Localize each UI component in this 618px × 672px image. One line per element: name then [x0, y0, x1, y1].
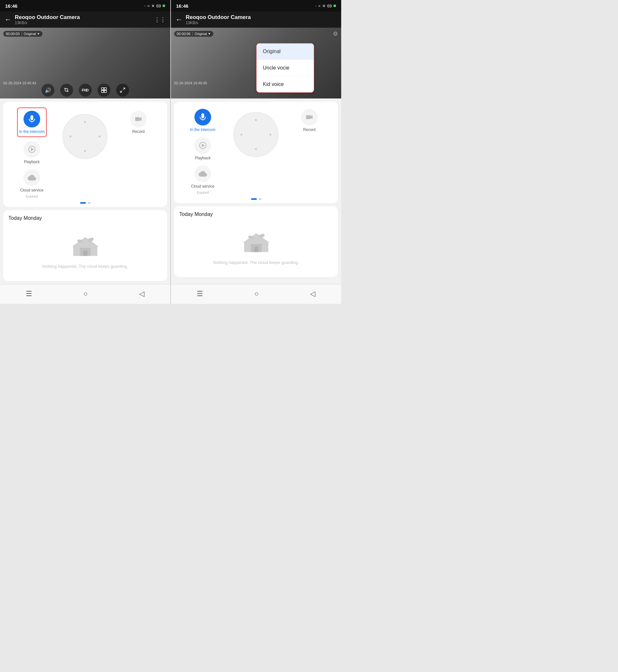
back-button-right[interactable]: ←: [176, 15, 183, 24]
cloud-item-right[interactable]: Cloud service Expired: [191, 164, 214, 196]
svg-marker-9: [31, 148, 33, 151]
dropdown-item-uncle[interactable]: Uncle vocie: [256, 60, 314, 76]
cloud-item-left[interactable]: Cloud service Expired: [20, 168, 43, 200]
cloud-sublabel-left: Expired: [26, 194, 38, 198]
record-item-right[interactable]: Record: [301, 108, 318, 133]
quality-badge-right[interactable]: Original ▼: [195, 32, 211, 36]
wifi-icon-right: ≈: [318, 4, 320, 8]
camera-header-right: ← Reoqoo Outdoor Camera 13KB/s: [171, 12, 341, 28]
sound-button-left[interactable]: 🔊: [41, 84, 55, 97]
dot-top-right: [255, 119, 257, 121]
playback-label-right: Playback: [195, 156, 210, 160]
today-empty-left: Nothing happened. The cloud keeps guardi…: [8, 226, 162, 276]
playback-item-left[interactable]: Playback: [23, 140, 40, 165]
today-empty-text-right: Nothing happened. The cloud keeps guardi…: [213, 260, 299, 265]
page-dot-2-left[interactable]: [88, 202, 90, 204]
pan-tilt-circle-right[interactable]: [233, 112, 279, 157]
dot-right-right: [270, 133, 271, 135]
video-area-right: ⚙ 00:00:06 Original ▼ 02-26-2024 16:46:4…: [171, 28, 341, 99]
record-item-left[interactable]: Record: [130, 109, 147, 135]
playback-button-left[interactable]: [23, 141, 40, 158]
dot-bottom-right: [255, 148, 257, 150]
quality-badge-left[interactable]: Original ▼: [24, 32, 40, 36]
today-empty-right: Nothing happened. The cloud keeps guardi…: [179, 222, 333, 272]
fhd-button-left[interactable]: FHD: [79, 84, 92, 97]
pan-tilt-circle-left[interactable]: [63, 114, 107, 159]
nav-menu-right[interactable]: ☰: [190, 289, 210, 299]
playback-item-right[interactable]: Playback: [194, 136, 211, 161]
nav-home-right[interactable]: ○: [248, 289, 265, 299]
nav-home-left[interactable]: ○: [77, 289, 94, 299]
dropdown-item-kid[interactable]: Kid voice: [256, 76, 314, 92]
right-phone: 16:46 ⋅ ≈ ✕ 69 ← Reoqoo Outdoor Camera 1…: [171, 0, 341, 304]
dot-bottom-left: [84, 150, 86, 152]
record-button-right[interactable]: [301, 109, 318, 125]
today-card-left: Today Monday Nothing happened. The cloud…: [3, 210, 167, 281]
dropdown-item-original[interactable]: Original: [256, 43, 314, 60]
dot-top-left: [84, 121, 86, 123]
voice-dropdown: Original Uncle vocie Kid voice: [256, 43, 314, 93]
intercom-item-right[interactable]: In the intercom: [190, 108, 215, 133]
page-dot-2-right[interactable]: [259, 198, 262, 200]
svg-rect-6: [135, 117, 140, 121]
today-title-left: Today Monday: [8, 215, 42, 221]
pagination-left: [6, 202, 164, 204]
nav-back-left[interactable]: ◁: [133, 289, 151, 299]
nav-back-right[interactable]: ◁: [304, 289, 322, 299]
intercom-item-left[interactable]: In the intercom: [17, 108, 46, 137]
today-card-right: Today Monday Nothing happened. The cloud…: [174, 206, 338, 277]
status-bar-right: 16:46 ⋅ ≈ ✕ 69: [171, 0, 341, 12]
status-bar-left: 16:46 ⋅ ≈ ✕ 69: [0, 0, 170, 12]
dot-left-right: [240, 133, 242, 135]
cloud-label-left: Cloud service: [20, 188, 43, 193]
record-button-left[interactable]: [130, 111, 147, 127]
video-controls-left: 🔊 FHD: [0, 84, 170, 97]
svg-line-5: [120, 91, 122, 92]
back-button-left[interactable]: ←: [4, 15, 12, 24]
intercom-button-left[interactable]: [23, 111, 40, 127]
quality-chevron-right: ▼: [208, 32, 211, 35]
bluetooth-icon-right: ⋅: [315, 4, 316, 8]
svg-rect-21: [254, 246, 258, 252]
svg-rect-0: [101, 88, 104, 90]
today-empty-text-left: Nothing happened. The cloud keeps guardi…: [42, 264, 128, 269]
record-label-left: Record: [132, 129, 145, 134]
page-dot-1-left[interactable]: [80, 202, 86, 204]
status-icons-left: ⋅ ≈ ✕ 69: [144, 4, 165, 8]
camera-menu-icon-left[interactable]: ⋮⋮: [154, 16, 166, 23]
svg-marker-7: [140, 117, 142, 121]
nav-menu-left[interactable]: ☰: [19, 289, 39, 299]
svg-rect-12: [83, 250, 87, 256]
svg-rect-1: [104, 88, 106, 90]
crop-button-left[interactable]: [60, 84, 73, 97]
house-icon-right: [240, 230, 272, 257]
video-area-left: 00:00:03 Original ▼ 02-26-2024 16:46:43 …: [0, 28, 170, 99]
battery-level-right: 69: [327, 4, 332, 8]
intercom-button-right[interactable]: [194, 109, 211, 125]
camera-title-left: Reoqoo Outdoor Camera: [15, 14, 151, 21]
dot-left-left: [70, 135, 72, 137]
pagination-right: [177, 198, 335, 200]
status-time-left: 16:46: [5, 3, 17, 9]
page-dot-1-right[interactable]: [251, 198, 257, 200]
layout-button-left[interactable]: [98, 84, 110, 97]
settings-icon-right[interactable]: ⚙: [333, 30, 338, 37]
dot-right-left: [99, 135, 100, 137]
intercom-ctrl-left: In the intercom: [19, 109, 44, 135]
bottom-nav-left: ☰ ○ ◁: [0, 284, 170, 304]
camera-title-right: Reoqoo Outdoor Camera: [186, 14, 337, 21]
camera-title-group-left: Reoqoo Outdoor Camera 13KB/s: [15, 14, 151, 25]
cloud-button-left[interactable]: [23, 169, 40, 186]
fullscreen-button-left[interactable]: [116, 84, 129, 97]
quality-chevron-left: ▼: [37, 32, 40, 35]
playback-button-right[interactable]: [194, 137, 211, 154]
quality-text-left: Original: [24, 32, 36, 36]
cloud-button-right[interactable]: [194, 165, 211, 182]
house-icon-left: [69, 234, 101, 261]
today-title-right: Today Monday: [179, 211, 213, 217]
status-time-right: 16:46: [176, 3, 188, 9]
svg-marker-16: [311, 115, 313, 119]
controls-card-left: In the intercom Record: [3, 102, 167, 207]
controls-card-right: In the intercom Record: [174, 102, 338, 203]
camera-speed-right: 13KB/s: [186, 21, 337, 25]
